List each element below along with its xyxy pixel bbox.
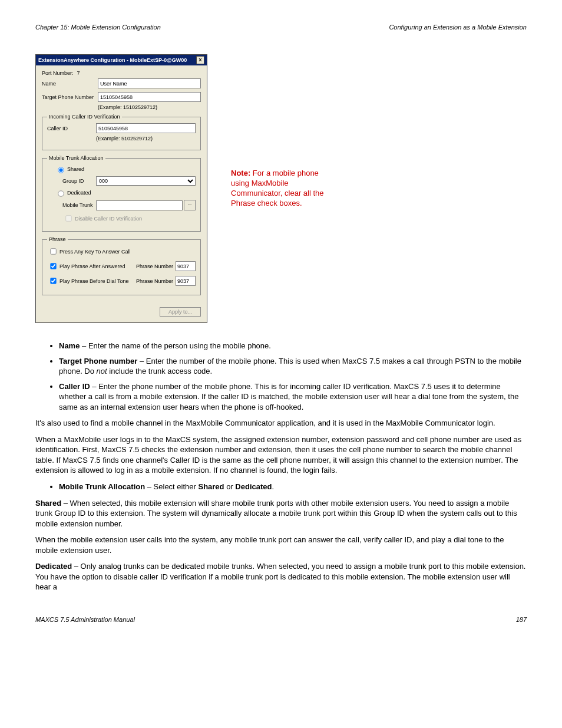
shared-label: Shared	[67, 166, 84, 172]
close-icon[interactable]: X	[196, 56, 204, 64]
port-number-label: Port Number:	[42, 70, 74, 76]
shared-radio[interactable]	[58, 167, 64, 173]
phrase-number-before-input[interactable]	[176, 276, 196, 286]
dedicated-radio[interactable]	[58, 190, 64, 196]
phrase-group: Phrase Press Any Key To Answer Call Play…	[42, 236, 201, 295]
paragraph-login-flow: When a MaxMobile user logs in to the Max…	[35, 434, 527, 476]
paragraph-shared: Shared – When selected, this mobile exte…	[35, 498, 527, 529]
phrase-number-before-label: Phrase Number	[136, 278, 173, 284]
paragraph-mobile-channel: It's also used to find a mobile channel …	[35, 418, 527, 429]
play-after-label: Play Phrase After Answered	[59, 263, 133, 269]
apply-button[interactable]: Apply to...	[160, 307, 201, 317]
paragraph-shared-callin: When the mobile extension user calls int…	[35, 535, 527, 555]
caller-id-verification-legend: Incoming Caller ID Verification	[47, 114, 122, 120]
play-before-checkbox[interactable]	[50, 278, 56, 284]
mobile-trunk-label: Mobile Trunk	[62, 202, 96, 208]
dialog-titlebar: ExtensionAnywhere Configuration - Mobile…	[36, 55, 207, 65]
target-phone-input[interactable]	[98, 92, 201, 102]
name-label: Name	[42, 81, 98, 87]
bullet-mobile-trunk-allocation: Mobile Trunk Allocation – Select either …	[59, 482, 527, 492]
page-header: Chapter 15: Mobile Extension Configurati…	[35, 24, 527, 31]
browse-button[interactable]: ...	[184, 200, 196, 210]
group-id-label: Group ID	[62, 178, 96, 184]
press-any-key-label: Press Any Key To Answer Call	[59, 249, 196, 255]
chapter-label: Chapter 15: Mobile Extension Configurati…	[35, 24, 161, 31]
mobile-trunk-input[interactable]	[96, 200, 183, 210]
phrase-number-after-label: Phrase Number	[136, 263, 173, 269]
disable-caller-id-label: Disable Caller ID Verification	[75, 216, 142, 222]
caller-id-verification-group: Incoming Caller ID Verification Caller I…	[42, 114, 201, 150]
target-phone-label: Target Phone Number	[42, 94, 98, 100]
mobile-trunk-allocation-group: Mobile Trunk Allocation Shared Group ID …	[42, 155, 201, 232]
footer-page-number: 187	[516, 616, 527, 623]
caller-id-example: (Example: 5102529712)	[96, 136, 196, 141]
port-number-value: 7	[77, 70, 80, 76]
play-after-checkbox[interactable]	[50, 263, 56, 269]
caller-id-label: Caller ID	[47, 126, 96, 131]
phrase-number-after-input[interactable]	[176, 261, 196, 271]
mobile-trunk-allocation-legend: Mobile Trunk Allocation	[47, 155, 105, 161]
config-dialog: ExtensionAnywhere Configuration - Mobile…	[35, 54, 207, 323]
bullet-name: Name – Enter the name of the person usin…	[59, 341, 527, 351]
bullet-caller-id: Caller ID – Enter the phone number of th…	[59, 381, 527, 413]
group-id-select[interactable]: 000	[96, 176, 196, 186]
section-label: Configuring an Extension as a Mobile Ext…	[389, 24, 527, 31]
footer-manual-title: MAXCS 7.5 Administration Manual	[35, 616, 135, 623]
name-input[interactable]	[98, 78, 201, 88]
play-before-label: Play Phrase Before Dial Tone	[59, 278, 133, 284]
note-prefix: Note:	[231, 169, 253, 177]
disable-caller-id-checkbox	[65, 215, 71, 221]
phrase-legend: Phrase	[47, 236, 68, 242]
press-any-key-checkbox[interactable]	[50, 248, 56, 254]
target-phone-example: (Example: 15102529712)	[98, 104, 201, 110]
bullet-target-phone: Target Phone number – Enter the number o…	[59, 356, 527, 377]
dedicated-label: Dedicated	[67, 190, 91, 196]
side-note: Note: For a mobile phone using MaxMobile…	[231, 169, 337, 209]
paragraph-dedicated: Dedicated – Only analog trunks can be de…	[35, 561, 527, 592]
page-footer: MAXCS 7.5 Administration Manual 187	[35, 616, 527, 623]
dialog-title: ExtensionAnywhere Configuration - Mobile…	[38, 57, 187, 63]
body-text: Name – Enter the name of the person usin…	[35, 341, 527, 592]
caller-id-input[interactable]	[96, 123, 196, 133]
